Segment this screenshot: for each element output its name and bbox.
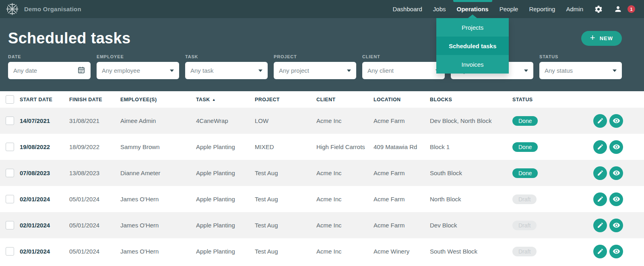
col-task[interactable]: TASK ▲: [196, 97, 255, 102]
filter-date-label: DATE: [8, 54, 91, 59]
edit-button[interactable]: [593, 114, 607, 128]
cell-finish-date: 18/09/2022: [69, 143, 120, 150]
cell-task: Apple Planting: [196, 222, 255, 229]
nav-item-dashboard[interactable]: Dashboard: [392, 0, 422, 18]
menu-item-invoices[interactable]: Invoices: [436, 55, 509, 74]
client-filter-select[interactable]: Any client: [362, 62, 445, 79]
view-button[interactable]: [609, 192, 623, 206]
filter-task: TASK Any task: [185, 54, 268, 79]
cell-finish-date: 05/01/2024: [69, 222, 120, 229]
col-finish-date[interactable]: FINISH DATE: [69, 97, 120, 102]
nav-item-jobs[interactable]: Jobs: [433, 0, 446, 18]
plus-icon: +: [590, 33, 595, 42]
cell-blocks: Block 1: [430, 143, 512, 150]
filter-employee: EMPLOYEE Any employee: [97, 54, 179, 79]
date-filter-input-wrapper[interactable]: [8, 62, 91, 79]
col-employees[interactable]: EMPLOYEE(S): [120, 97, 196, 102]
view-button[interactable]: [609, 219, 623, 232]
cell-project: MIXED: [255, 143, 316, 150]
status-badge: Draft: [512, 194, 537, 204]
chevron-down-icon: [170, 70, 174, 72]
cell-employees: Dianne Ameter: [120, 170, 196, 176]
cell-finish-date: 05/01/2024: [69, 196, 120, 203]
col-blocks[interactable]: BLOCKS: [430, 97, 512, 102]
status-badge: Done: [512, 116, 538, 126]
row-checkbox[interactable]: [6, 221, 14, 229]
user-profile-icon[interactable]: [614, 5, 622, 13]
nav-item-operations[interactable]: Operations Projects Scheduled tasks Invo…: [457, 0, 489, 18]
edit-button[interactable]: [593, 245, 607, 258]
nav-item-people[interactable]: People: [500, 0, 518, 18]
col-start-date[interactable]: START DATE: [20, 97, 69, 102]
row-checkbox[interactable]: [6, 117, 14, 125]
col-location[interactable]: LOCATION: [374, 97, 430, 102]
cell-client: Acme Inc: [316, 196, 374, 203]
cell-project: Test Aug: [255, 196, 316, 203]
col-status[interactable]: STATUS: [512, 97, 591, 102]
edit-button[interactable]: [593, 219, 607, 232]
view-button[interactable]: [609, 114, 623, 128]
new-task-button[interactable]: + NEW: [581, 31, 622, 46]
cell-start-date: 14/07/2021: [20, 117, 69, 124]
select-all-checkbox[interactable]: [6, 95, 14, 104]
cell-start-date: 02/01/2024: [20, 196, 69, 203]
filter-task-label: TASK: [185, 54, 268, 59]
menu-item-projects[interactable]: Projects: [436, 18, 509, 37]
cell-blocks: Dev Block, North Block: [430, 117, 512, 124]
filter-date: DATE: [8, 54, 91, 79]
cell-location: 409 Matawia Rd: [374, 143, 430, 150]
cell-employees: James O'Hern: [120, 222, 196, 229]
row-actions: [591, 114, 644, 128]
col-task-label: TASK: [196, 97, 210, 102]
cell-project: Test Aug: [255, 222, 316, 229]
date-filter-input[interactable]: [13, 67, 70, 74]
task-filter-select[interactable]: Any task: [185, 62, 268, 79]
cell-location: Acme Farm: [374, 222, 430, 229]
edit-button[interactable]: [593, 140, 607, 154]
cell-blocks: South Block: [430, 170, 512, 176]
row-checkbox[interactable]: [6, 247, 14, 256]
row-checkbox[interactable]: [6, 195, 14, 203]
table-row: 02/01/2024 05/01/2024 James O'Hern Apple…: [0, 186, 644, 212]
cell-client: Acme Inc: [316, 170, 374, 176]
edit-button[interactable]: [593, 166, 607, 180]
org-logo-snowflake-icon: [6, 2, 19, 16]
filter-project: PROJECT Any project: [274, 54, 356, 79]
project-filter-value: Any project: [279, 67, 309, 74]
cell-task: Apple Planting: [196, 196, 255, 203]
table-row: 14/07/2021 31/08/2021 Aimee Admin 4CaneW…: [0, 108, 644, 134]
view-button[interactable]: [609, 140, 623, 154]
row-actions: [591, 166, 644, 180]
cell-employees: James O'Hern: [120, 248, 196, 255]
eye-icon: [613, 195, 620, 203]
cell-task: 4CaneWrap: [196, 117, 255, 124]
row-checkbox[interactable]: [6, 169, 14, 177]
notification-badge[interactable]: 1: [627, 5, 635, 13]
cell-blocks: North Block: [430, 196, 512, 203]
menu-item-scheduled-tasks[interactable]: Scheduled tasks: [436, 37, 509, 55]
view-button[interactable]: [609, 166, 623, 180]
employee-filter-select[interactable]: Any employee: [97, 62, 179, 79]
view-button[interactable]: [609, 245, 623, 258]
nav-item-reporting[interactable]: Reporting: [529, 0, 555, 18]
edit-button[interactable]: [593, 192, 607, 206]
filter-project-label: PROJECT: [274, 54, 356, 59]
page-header: Scheduled tasks + NEW DATE EMP: [0, 18, 644, 91]
nav-item-admin[interactable]: Admin: [566, 0, 583, 18]
status-badge: Done: [512, 168, 538, 178]
cell-employees: James O'Hern: [120, 196, 196, 203]
col-project[interactable]: PROJECT: [255, 97, 316, 102]
cell-finish-date: 31/08/2021: [69, 117, 120, 124]
cell-start-date: 02/01/2024: [20, 222, 69, 229]
filter-client: CLIENT Any client: [362, 54, 445, 79]
settings-gear-icon[interactable]: [594, 5, 603, 14]
cell-employees: Aimee Admin: [120, 117, 196, 124]
project-filter-select[interactable]: Any project: [274, 62, 356, 79]
chevron-down-icon: [347, 70, 351, 72]
col-client[interactable]: CLIENT: [316, 97, 374, 102]
scheduled-tasks-table: START DATE FINISH DATE EMPLOYEE(S) TASK …: [0, 91, 644, 264]
row-checkbox[interactable]: [6, 143, 14, 151]
filter-bar: DATE EMPLOYEE Any employee: [8, 54, 622, 79]
status-filter-select[interactable]: Any status: [539, 62, 622, 79]
row-actions: [591, 219, 644, 232]
